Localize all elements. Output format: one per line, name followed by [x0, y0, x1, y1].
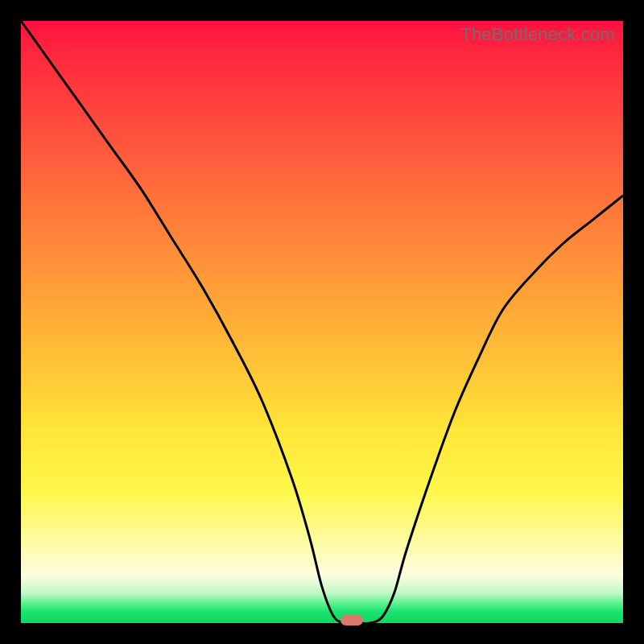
optimal-marker	[341, 615, 363, 625]
curve-path	[21, 21, 623, 624]
bottleneck-curve	[21, 21, 623, 623]
plot-area: TheBottleneck.com	[21, 21, 623, 623]
chart-frame: TheBottleneck.com	[0, 0, 644, 644]
